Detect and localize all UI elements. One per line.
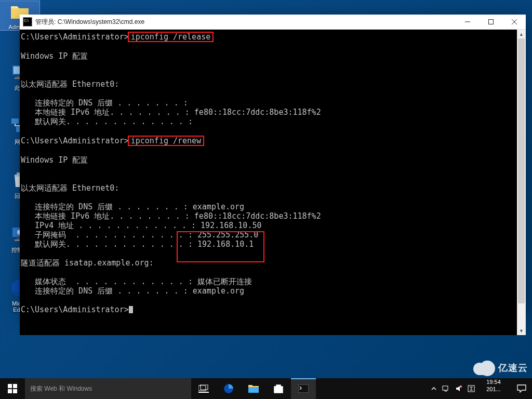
output-line: 连接特定的 DNS 后缀 . . . . . . . : example.org [21,202,244,211]
taskbar-app-explorer[interactable] [241,378,266,399]
cloud-icon [473,361,495,375]
volume-tray-icon[interactable] [455,385,462,392]
taskbar-clock[interactable]: 19:54 201... [478,378,511,399]
prompt: C:\Users\Administrator> [21,305,129,314]
minimize-icon [465,19,470,24]
taskbar-spacer [316,378,428,399]
ime-tray-icon[interactable] [468,385,475,392]
maximize-button[interactable] [479,15,502,29]
svg-rect-27 [443,386,448,390]
output-line: 连接特定的 DNS 后缀 . . . . . . . : example.org [21,286,244,296]
network-tray-icon[interactable] [442,385,450,392]
edge-icon [223,383,234,394]
cmd-icon [298,384,309,393]
taskbar-search[interactable]: 搜索 Web 和 Windows [25,378,191,399]
notification-icon [517,384,526,393]
highlighted-command-1: ipconfig /release [128,32,214,42]
prompt: C:\Users\Administrator> [21,32,129,42]
start-button[interactable] [0,378,25,399]
maximize-icon [488,19,494,24]
output-line: 以太网适配器 Ethernet0: [21,79,119,89]
watermark-text: 亿速云 [498,362,528,374]
taskbar-app-edge[interactable] [216,378,241,399]
terminal-cursor [129,306,133,313]
svg-rect-25 [279,390,281,392]
output-value-gateway: 192.168.10.1 [197,240,254,249]
svg-rect-13 [488,20,493,24]
svg-rect-4 [11,118,19,124]
svg-rect-15 [13,384,17,388]
svg-rect-16 [8,389,12,393]
cmd-window: 管理员: C:\Windows\system32\cmd.exe C:\User… [20,15,526,313]
output-line: 子网掩码 . . . . . . . . . . . . : [21,230,197,240]
close-icon [512,19,517,24]
highlighted-command-2: ipconfig /renew [128,136,204,146]
output-value-ipv4: 192.168.10.50 [201,221,261,230]
taskbar-app-cmd[interactable] [291,378,316,399]
action-center-button[interactable] [511,378,532,399]
desktop: Admini... 此... 网... 回... 控制... Micr... E… [0,0,532,399]
output-line: Windows IP 配置 [21,51,88,61]
titlebar[interactable]: 管理员: C:\Windows\system32\cmd.exe [20,15,526,30]
output-line: Windows IP 配置 [21,155,88,165]
svg-rect-20 [198,392,209,393]
svg-rect-23 [279,388,281,390]
output-line: 本地链接 IPv6 地址. . . . . . . . : fe80::18cc… [21,108,321,117]
svg-rect-26 [298,384,309,393]
windows-logo-icon [8,384,17,393]
output-line: IPv4 地址 . . . . . . . . . . . . : [21,221,201,230]
terminal-output[interactable]: C:\Users\Administrator>ipconfig /release… [20,30,517,335]
clock-time: 19:54 [478,378,509,385]
minimize-button[interactable] [456,15,479,29]
svg-rect-14 [8,384,12,388]
folder-icon [248,383,259,394]
output-line: 以太网适配器 Ethernet0: [21,183,119,193]
close-button[interactable] [502,15,526,29]
task-view-button[interactable] [191,378,216,399]
output-line: 媒体状态 . . . . . . . . . . . . : 媒体已断开连接 [21,277,252,286]
store-icon [273,383,284,394]
scroll-track[interactable] [517,38,526,326]
cmd-icon [23,17,32,26]
clock-date: 201... [478,385,509,393]
taskbar-app-store[interactable] [266,378,291,399]
taskbar: 搜索 Web 和 Windows 19:54 201... [0,378,532,399]
scroll-up-arrow[interactable]: ▲ [517,30,526,38]
output-line: 隧道适配器 isatap.example.org: [21,258,154,268]
svg-rect-24 [276,390,278,392]
terminal-area: C:\Users\Administrator>ipconfig /release… [20,30,526,335]
search-placeholder: 搜索 Web 和 Windows [30,384,92,393]
system-tray[interactable] [428,378,478,399]
tray-chevron-icon[interactable] [431,386,436,391]
svg-rect-22 [276,388,278,390]
watermark: 亿速云 [473,361,528,375]
output-value-mask: 255.255.255.0 [197,230,258,240]
output-line: 默认网关. . . . . . . . . . . . . : [21,240,197,249]
window-title: 管理员: C:\Windows\system32\cmd.exe [35,18,456,26]
svg-rect-17 [13,389,17,393]
prompt: C:\Users\Administrator> [21,136,129,145]
output-line: 本地链接 IPv6 地址. . . . . . . . : fe80::18cc… [21,211,321,221]
output-line: 连接特定的 DNS 后缀 . . . . . . . : [21,98,188,108]
scroll-down-arrow[interactable]: ▼ [517,326,526,335]
scroll-thumb[interactable] [518,38,525,303]
vertical-scrollbar[interactable]: ▲ ▼ [517,30,526,335]
task-view-icon [198,384,209,393]
output-line: 默认网关. . . . . . . . . . . . . : [21,117,193,126]
